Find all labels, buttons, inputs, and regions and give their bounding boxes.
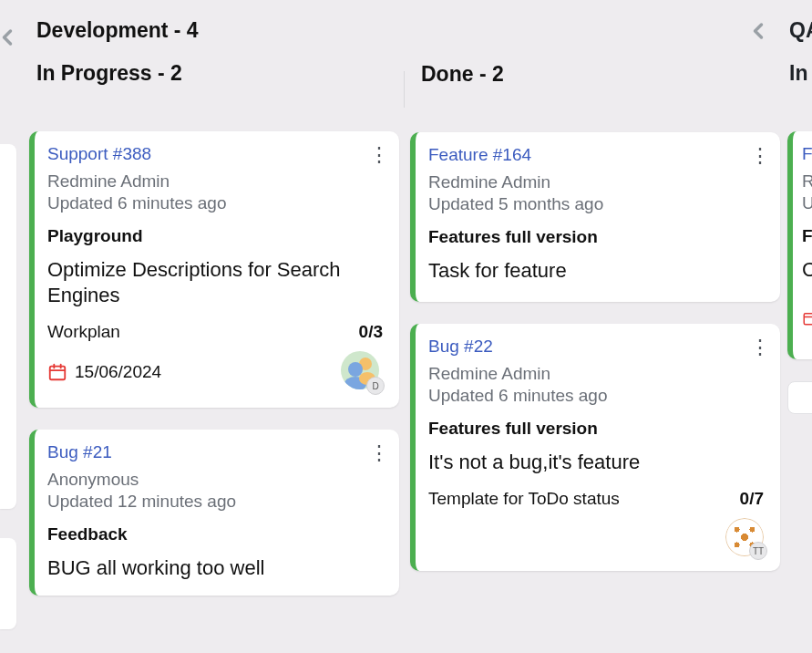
column-development-done: Done - 2 ⋮ Feature #164 Redmine Admin Up…: [405, 0, 786, 653]
card-menu-icon[interactable]: ⋮: [368, 441, 390, 466]
issue-title: BUG all working too well: [47, 555, 383, 581]
issue-updated: U: [802, 193, 812, 213]
avatar-badge: D: [366, 377, 385, 395]
calendar-icon: [47, 362, 67, 382]
issue-updated: Updated 6 minutes ago: [428, 386, 764, 406]
issue-card[interactable]: ⋮ Bug #22 Redmine Admin Updated 6 minute…: [410, 324, 780, 572]
calendar-icon: [802, 310, 812, 326]
avatar-badge: TT: [749, 542, 767, 560]
card-sliver: [0, 144, 16, 509]
checklist-progress: 0/7: [740, 489, 764, 509]
issue-author: Redmine Admin: [428, 364, 764, 384]
column-header: Development - 4 In Progress - 2: [24, 0, 405, 102]
zone-title: QA: [786, 11, 812, 50]
issue-link[interactable]: Support #388: [47, 144, 151, 164]
issue-link[interactable]: Feature #164: [428, 145, 531, 165]
collapse-zone-icon[interactable]: [745, 18, 771, 44]
issue-updated: Updated 5 months ago: [428, 194, 764, 214]
issue-author: Anonymous: [47, 470, 383, 490]
issue-version: Feedback: [47, 524, 383, 544]
issue-author: Redmine Admin: [428, 172, 764, 192]
svg-rect-0: [50, 367, 66, 380]
due-date: 15/06/2024: [47, 362, 161, 382]
status-title: In: [786, 50, 812, 102]
cards-lane[interactable]: ⋮ Support #388 Redmine Admin Updated 6 m…: [24, 102, 405, 653]
card-sliver: [0, 538, 16, 629]
assignee-avatar[interactable]: D: [341, 351, 383, 393]
collapse-zone-icon[interactable]: [0, 25, 20, 50]
card-menu-icon[interactable]: ⋮: [749, 335, 771, 360]
column-development-inprogress: Development - 4 In Progress - 2 ⋮ Suppor…: [24, 0, 405, 653]
due-date-text: 15/06/2024: [75, 362, 161, 382]
svg-point-5: [348, 362, 363, 377]
issue-title: C: [802, 257, 812, 283]
issue-updated: Updated 12 minutes ago: [47, 492, 383, 512]
zone-title: Development - 4: [36, 18, 199, 43]
issue-title: Optimize Descriptions for Search Engines: [47, 257, 383, 307]
issue-card[interactable]: F R U F C: [787, 131, 812, 359]
cards-lane[interactable]: ⋮ Feature #164 Redmine Admin Updated 5 m…: [405, 103, 786, 653]
issue-version: Features full version: [428, 227, 764, 247]
issue-title: It's not a bug,it's feature: [428, 450, 764, 475]
issue-author: Redmine Admin: [47, 171, 383, 192]
issue-card[interactable]: ⋮ Support #388 Redmine Admin Updated 6 m…: [29, 131, 399, 408]
checklist-progress: 0/3: [359, 322, 383, 342]
issue-title: Task for feature: [428, 258, 764, 284]
svg-rect-8: [804, 313, 812, 324]
issue-card[interactable]: ⋮ Bug #21 Anonymous Updated 12 minutes a…: [29, 430, 399, 596]
issue-card[interactable]: ⋮ Feature #164 Redmine Admin Updated 5 m…: [410, 132, 780, 302]
card-menu-icon[interactable]: ⋮: [749, 143, 771, 169]
issue-updated: Updated 6 minutes ago: [47, 193, 383, 213]
card-sliver: [787, 381, 812, 414]
column-header: Done - 2: [405, 0, 786, 103]
status-title: In Progress - 2: [36, 61, 182, 85]
issue-link[interactable]: F: [802, 144, 812, 164]
status-title: Done - 2: [421, 62, 504, 86]
kanban-board: Development - 4 In Progress - 2 ⋮ Suppor…: [0, 0, 812, 653]
column-divider: [404, 71, 405, 108]
issue-author: R: [802, 171, 812, 192]
checklist-label: Workplan: [47, 322, 120, 342]
issue-version: Playground: [47, 226, 383, 246]
checklist-label: Template for ToDo status: [428, 489, 620, 509]
issue-link[interactable]: Bug #22: [428, 337, 493, 357]
issue-link[interactable]: Bug #21: [47, 442, 112, 462]
column-qa-partial: QA In F R U F C: [786, 0, 812, 653]
issue-version: Features full version: [428, 419, 764, 439]
issue-version: F: [802, 226, 812, 246]
card-menu-icon[interactable]: ⋮: [368, 142, 390, 168]
prev-column-sliver: [0, 0, 24, 653]
